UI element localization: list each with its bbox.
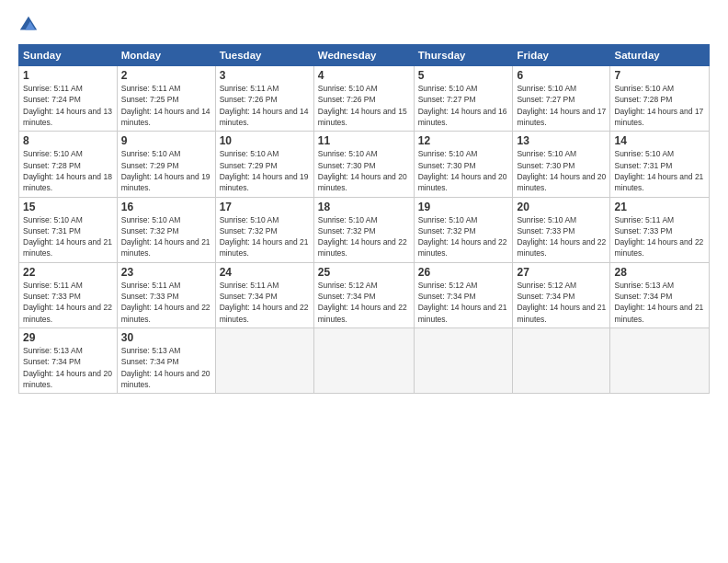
calendar-cell: 28Sunrise: 5:13 AMSunset: 7:34 PMDayligh… [610,262,710,327]
weekday-header: Friday [513,45,610,66]
day-info: Sunrise: 5:12 AMSunset: 7:34 PMDaylight:… [517,280,606,325]
calendar-cell: 21Sunrise: 5:11 AMSunset: 7:33 PMDayligh… [610,197,710,262]
day-number: 25 [318,266,410,279]
day-info: Sunrise: 5:10 AMSunset: 7:29 PMDaylight:… [220,148,310,193]
calendar-cell [414,328,513,394]
day-number: 22 [23,266,113,279]
day-number: 17 [220,201,310,213]
day-info: Sunrise: 5:11 AMSunset: 7:24 PMDaylight:… [23,83,113,128]
calendar-cell [313,328,414,394]
day-number: 28 [614,266,705,279]
calendar-week-row: 8Sunrise: 5:10 AMSunset: 7:28 PMDaylight… [19,132,710,197]
day-number: 26 [418,266,509,279]
day-number: 11 [318,134,410,147]
calendar-cell: 5Sunrise: 5:10 AMSunset: 7:27 PMDaylight… [414,66,513,132]
calendar-cell: 22Sunrise: 5:11 AMSunset: 7:33 PMDayligh… [19,262,118,327]
day-info: Sunrise: 5:11 AMSunset: 7:33 PMDaylight:… [23,280,113,325]
calendar-cell: 18Sunrise: 5:10 AMSunset: 7:32 PMDayligh… [313,197,414,262]
day-number: 8 [23,134,113,147]
day-info: Sunrise: 5:10 AMSunset: 7:30 PMDaylight:… [517,148,606,193]
day-number: 10 [220,134,310,147]
weekday-header: Wednesday [313,45,414,66]
day-number: 4 [318,69,410,82]
calendar-cell: 1Sunrise: 5:11 AMSunset: 7:24 PMDaylight… [19,66,118,132]
day-info: Sunrise: 5:10 AMSunset: 7:26 PMDaylight:… [318,83,410,128]
header [18,15,710,35]
day-info: Sunrise: 5:10 AMSunset: 7:32 PMDaylight:… [220,214,310,259]
day-info: Sunrise: 5:11 AMSunset: 7:26 PMDaylight:… [220,83,310,128]
day-number: 18 [318,201,410,213]
day-info: Sunrise: 5:11 AMSunset: 7:33 PMDaylight:… [614,214,705,259]
calendar-cell: 13Sunrise: 5:10 AMSunset: 7:30 PMDayligh… [513,132,610,197]
day-number: 29 [23,331,113,344]
weekday-header: Tuesday [215,45,313,66]
day-number: 24 [220,266,310,279]
calendar-cell: 15Sunrise: 5:10 AMSunset: 7:31 PMDayligh… [19,197,118,262]
page: SundayMondayTuesdayWednesdayThursdayFrid… [0,0,728,563]
calendar-cell: 27Sunrise: 5:12 AMSunset: 7:34 PMDayligh… [513,262,610,327]
weekday-header: Thursday [414,45,513,66]
weekday-header: Sunday [19,45,118,66]
day-info: Sunrise: 5:11 AMSunset: 7:25 PMDaylight:… [121,83,211,128]
calendar-week-row: 29Sunrise: 5:13 AMSunset: 7:34 PMDayligh… [19,328,710,394]
day-info: Sunrise: 5:10 AMSunset: 7:30 PMDaylight:… [418,148,509,193]
calendar-cell: 6Sunrise: 5:10 AMSunset: 7:27 PMDaylight… [513,66,610,132]
calendar: SundayMondayTuesdayWednesdayThursdayFrid… [18,44,710,394]
day-info: Sunrise: 5:10 AMSunset: 7:27 PMDaylight:… [517,83,606,128]
calendar-week-row: 22Sunrise: 5:11 AMSunset: 7:33 PMDayligh… [19,262,710,327]
day-number: 1 [23,69,113,82]
calendar-cell [610,328,710,394]
day-info: Sunrise: 5:11 AMSunset: 7:34 PMDaylight:… [220,280,310,325]
calendar-cell: 9Sunrise: 5:10 AMSunset: 7:29 PMDaylight… [117,132,215,197]
calendar-week-row: 1Sunrise: 5:11 AMSunset: 7:24 PMDaylight… [19,66,710,132]
day-info: Sunrise: 5:10 AMSunset: 7:29 PMDaylight:… [121,148,211,193]
day-number: 15 [23,201,113,213]
day-info: Sunrise: 5:10 AMSunset: 7:32 PMDaylight:… [121,214,211,259]
day-number: 23 [121,266,211,279]
weekday-header-row: SundayMondayTuesdayWednesdayThursdayFrid… [19,45,710,66]
calendar-cell: 4Sunrise: 5:10 AMSunset: 7:26 PMDaylight… [313,66,414,132]
calendar-cell: 7Sunrise: 5:10 AMSunset: 7:28 PMDaylight… [610,66,710,132]
calendar-cell: 11Sunrise: 5:10 AMSunset: 7:30 PMDayligh… [313,132,414,197]
day-number: 2 [121,69,211,82]
calendar-cell [513,328,610,394]
day-info: Sunrise: 5:10 AMSunset: 7:28 PMDaylight:… [23,148,113,193]
calendar-cell: 8Sunrise: 5:10 AMSunset: 7:28 PMDaylight… [19,132,118,197]
day-number: 21 [614,201,705,213]
calendar-cell: 25Sunrise: 5:12 AMSunset: 7:34 PMDayligh… [313,262,414,327]
day-info: Sunrise: 5:12 AMSunset: 7:34 PMDaylight:… [418,280,509,325]
calendar-cell: 14Sunrise: 5:10 AMSunset: 7:31 PMDayligh… [610,132,710,197]
weekday-header: Monday [117,45,215,66]
calendar-cell: 17Sunrise: 5:10 AMSunset: 7:32 PMDayligh… [215,197,313,262]
day-info: Sunrise: 5:10 AMSunset: 7:31 PMDaylight:… [614,148,705,193]
calendar-cell: 2Sunrise: 5:11 AMSunset: 7:25 PMDaylight… [117,66,215,132]
day-number: 7 [614,69,705,82]
calendar-cell: 23Sunrise: 5:11 AMSunset: 7:33 PMDayligh… [117,262,215,327]
day-number: 14 [614,134,705,147]
calendar-cell: 26Sunrise: 5:12 AMSunset: 7:34 PMDayligh… [414,262,513,327]
calendar-cell: 19Sunrise: 5:10 AMSunset: 7:32 PMDayligh… [414,197,513,262]
day-info: Sunrise: 5:10 AMSunset: 7:32 PMDaylight:… [418,214,509,259]
day-number: 13 [517,134,606,147]
logo-icon [18,15,39,35]
calendar-cell: 3Sunrise: 5:11 AMSunset: 7:26 PMDaylight… [215,66,313,132]
day-number: 30 [121,331,211,344]
day-number: 9 [121,134,211,147]
calendar-cell: 24Sunrise: 5:11 AMSunset: 7:34 PMDayligh… [215,262,313,327]
calendar-cell: 20Sunrise: 5:10 AMSunset: 7:33 PMDayligh… [513,197,610,262]
day-info: Sunrise: 5:13 AMSunset: 7:34 PMDaylight:… [23,345,113,390]
day-info: Sunrise: 5:10 AMSunset: 7:28 PMDaylight:… [614,83,705,128]
day-number: 19 [418,201,509,213]
day-info: Sunrise: 5:10 AMSunset: 7:27 PMDaylight:… [418,83,509,128]
weekday-header: Saturday [610,45,710,66]
calendar-cell: 29Sunrise: 5:13 AMSunset: 7:34 PMDayligh… [19,328,118,394]
day-number: 6 [517,69,606,82]
calendar-cell: 16Sunrise: 5:10 AMSunset: 7:32 PMDayligh… [117,197,215,262]
day-number: 20 [517,201,606,213]
day-info: Sunrise: 5:10 AMSunset: 7:30 PMDaylight:… [318,148,410,193]
day-info: Sunrise: 5:13 AMSunset: 7:34 PMDaylight:… [121,345,211,390]
day-info: Sunrise: 5:10 AMSunset: 7:31 PMDaylight:… [23,214,113,259]
logo [18,15,42,35]
day-number: 3 [220,69,310,82]
calendar-cell: 12Sunrise: 5:10 AMSunset: 7:30 PMDayligh… [414,132,513,197]
